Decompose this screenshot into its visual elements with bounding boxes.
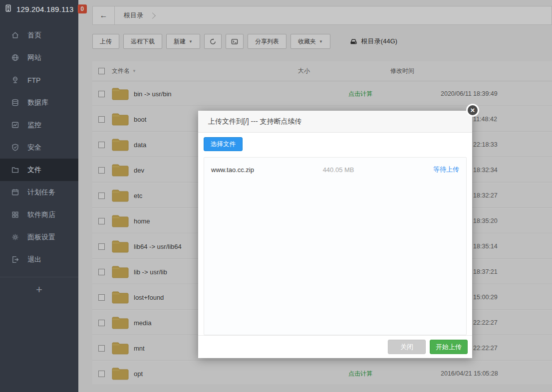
- shield-icon: [11, 143, 19, 152]
- sidebar-item-settings[interactable]: 面板设置: [0, 226, 78, 248]
- appstore-grid-icon: [11, 210, 19, 219]
- upload-file-name: www.tao.cc.zip: [211, 166, 323, 174]
- upload-file-status[interactable]: 等待上传: [390, 165, 459, 174]
- modal-footer: 关闭 开始上传: [198, 335, 472, 358]
- sidebar-item-logout[interactable]: 退出: [0, 248, 78, 271]
- sidebar-item-monitor[interactable]: 监控: [0, 114, 78, 136]
- sidebar-item-ftp[interactable]: FTP: [0, 69, 78, 91]
- sidebar: 129.204.189.113 0 首页 网站 FTP 数据库 监控 安全: [0, 0, 78, 392]
- logout-icon: [11, 255, 19, 264]
- sidebar-item-label: 网站: [27, 53, 41, 62]
- close-button[interactable]: 关闭: [388, 340, 426, 354]
- upload-file-size: 440.05 MB: [323, 166, 390, 174]
- sidebar-item-database[interactable]: 数据库: [0, 91, 78, 114]
- home-icon: [11, 31, 19, 39]
- globe-icon: [11, 53, 19, 62]
- sidebar-item-label: 数据库: [27, 98, 48, 107]
- sidebar-menu: 首页 网站 FTP 数据库 监控 安全 文件 计划任务: [0, 24, 78, 271]
- sidebar-item-security[interactable]: 安全: [0, 136, 78, 159]
- sidebar-item-label: 软件商店: [27, 210, 55, 219]
- server-ip: 129.204.189.113: [16, 5, 74, 13]
- database-icon: [11, 98, 19, 107]
- add-menu-button[interactable]: +: [0, 277, 78, 296]
- modal-body: 选择文件 www.tao.cc.zip 440.05 MB 等待上传: [198, 133, 472, 335]
- sidebar-item-label: 计划任务: [27, 188, 55, 197]
- ftp-icon: [11, 76, 19, 84]
- folder-icon: [11, 166, 19, 174]
- server-header[interactable]: 129.204.189.113 0: [0, 0, 78, 15]
- modal-title: 上传文件到[/] --- 支持断点续传: [198, 111, 472, 133]
- sidebar-item-cron[interactable]: 计划任务: [0, 181, 78, 203]
- sidebar-item-appstore[interactable]: 软件商店: [0, 203, 78, 226]
- start-upload-button[interactable]: 开始上传: [430, 340, 468, 354]
- sidebar-item-label: FTP: [27, 76, 40, 84]
- upload-file-row: www.tao.cc.zip 440.05 MB 等待上传: [204, 158, 466, 182]
- sidebar-item-label: 面板设置: [27, 233, 55, 242]
- sidebar-item-label: 首页: [27, 31, 41, 40]
- sidebar-item-label: 安全: [27, 143, 41, 152]
- sidebar-item-label: 监控: [27, 121, 41, 130]
- upload-modal: × 上传文件到[/] --- 支持断点续传 选择文件 www.tao.cc.zi…: [198, 111, 472, 358]
- calendar-icon: [11, 188, 19, 196]
- gear-icon: [11, 233, 19, 241]
- close-icon[interactable]: ×: [466, 104, 479, 117]
- server-icon: [4, 4, 12, 14]
- sidebar-item-files[interactable]: 文件: [0, 159, 78, 181]
- sidebar-item-label: 退出: [27, 255, 41, 264]
- select-files-button[interactable]: 选择文件: [204, 137, 243, 151]
- sidebar-item-website[interactable]: 网站: [0, 46, 78, 69]
- upload-file-list: www.tao.cc.zip 440.05 MB 等待上传: [204, 157, 467, 335]
- monitor-icon: [11, 121, 19, 129]
- sidebar-item-label: 文件: [27, 166, 41, 175]
- sidebar-item-home[interactable]: 首页: [0, 24, 78, 46]
